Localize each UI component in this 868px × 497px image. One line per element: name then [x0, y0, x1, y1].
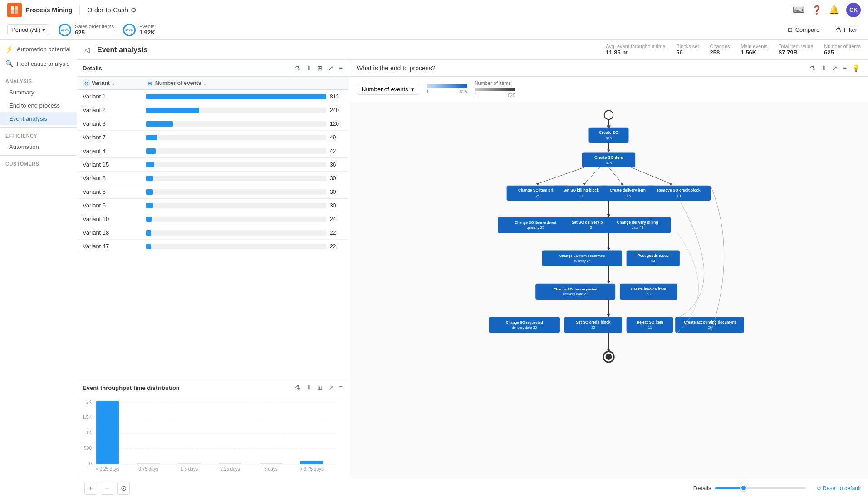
reset-zoom-button[interactable]: ⊙ — [117, 482, 130, 495]
keyboard-icon[interactable]: ⌨ — [793, 5, 804, 15]
events-cell: 30 — [146, 189, 343, 195]
throughput-menu-icon[interactable]: ≡ — [338, 383, 343, 392]
sidebar-group-efficiency: Efficiency — [0, 129, 77, 140]
sidebar-item-label: Automation potential — [17, 46, 71, 53]
details-slider[interactable] — [715, 487, 806, 489]
zoom-out-button[interactable]: − — [101, 482, 113, 495]
bar-value: 120 — [330, 121, 343, 127]
menu-panel-icon[interactable]: ≡ — [338, 64, 343, 73]
details-slider-area: Details ↺ Reset to default — [693, 485, 861, 492]
throughput-grid-icon[interactable]: ⊞ — [316, 383, 324, 392]
svg-rect-19 — [300, 461, 323, 464]
table-row[interactable]: Variant 18 22 — [77, 226, 349, 240]
process-name[interactable]: Order-to-Cash ⚙ — [87, 6, 136, 14]
compare-button[interactable]: ⊞ Compare — [784, 25, 823, 35]
content-header: ◁ Event analysis Avg. event throughput t… — [77, 40, 868, 60]
svg-text:Change SO item price: Change SO item price — [518, 188, 558, 192]
metric-total-value: Total item value $7.79B — [779, 44, 813, 56]
throughput-panel: Event throughput time distribution ⚗ ⬇ ⊞… — [77, 379, 349, 479]
svg-text:26: 26 — [708, 325, 712, 330]
legend-dropdown[interactable]: Number of events ▾ — [357, 84, 419, 95]
zoom-in-button[interactable]: + — [84, 482, 97, 495]
throughput-expand-icon[interactable]: ⤢ — [327, 383, 334, 392]
start-node — [604, 111, 613, 120]
col-events-sort-icon[interactable]: ⌄ — [203, 81, 206, 86]
notifications-icon[interactable]: 🔔 — [829, 5, 839, 15]
table-row[interactable]: Variant 5 30 — [77, 185, 349, 199]
sidebar-item-automation-potential[interactable]: ⚡ Automation potential — [0, 42, 77, 56]
col-variant-sort-icon[interactable]: ⌄ — [112, 81, 115, 86]
bar-fill — [146, 244, 151, 249]
table-row[interactable]: Variant 4 42 — [77, 144, 349, 158]
svg-rect-0 — [11, 6, 14, 10]
bar-value: 30 — [330, 189, 343, 195]
sidebar-item-root-cause[interactable]: 🔍 Root cause analysis — [0, 56, 77, 71]
right-panel-actions: ⚗ ⬇ ⤢ ≡ 💡 — [809, 64, 861, 73]
svg-text:Change SO item expected: Change SO item expected — [554, 287, 598, 291]
table-row[interactable]: Variant 2 240 — [77, 103, 349, 117]
period-dropdown[interactable]: Period (All) ▾ — [7, 24, 49, 35]
throughput-filter-icon[interactable]: ⚗ — [294, 383, 302, 392]
filter-panel-icon[interactable]: ⚗ — [294, 64, 302, 73]
user-avatar[interactable]: GK — [846, 3, 861, 17]
sidebar-item-summary[interactable]: Summary — [0, 86, 77, 99]
details-panel-title: Details — [83, 65, 102, 72]
table-row[interactable]: Variant 8 30 — [77, 172, 349, 185]
col-events-header[interactable]: ◎ Number of events ⌄ — [146, 79, 343, 87]
map-filter-icon[interactable]: ⚗ — [809, 64, 817, 73]
slider-thumb[interactable] — [740, 485, 747, 491]
table-row[interactable]: Variant 47 22 — [77, 240, 349, 253]
grid-panel-icon[interactable]: ⊞ — [316, 64, 324, 73]
map-bulb-icon[interactable]: 💡 — [851, 64, 861, 73]
table-row[interactable]: Variant 10 24 — [77, 212, 349, 226]
kpi-sales-text: Sales order items 625 — [75, 24, 114, 36]
metric-main-events: Main events 1.56K — [741, 44, 768, 56]
table-row[interactable]: Variant 3 120 — [77, 117, 349, 131]
help-icon[interactable]: ❓ — [812, 5, 822, 15]
map-expand-icon[interactable]: ⤢ — [831, 64, 839, 73]
table-row[interactable]: Variant 1 812 — [77, 90, 349, 103]
bar-value: 240 — [330, 107, 343, 113]
col-variant-header[interactable]: ◎ Variant ⌄ — [83, 79, 146, 87]
sidebar-item-automation[interactable]: Automation — [0, 140, 77, 153]
svg-text:< 0.25 days: < 0.25 days — [96, 467, 119, 472]
expand-panel-icon[interactable]: ⤢ — [327, 64, 334, 73]
table-row[interactable]: Variant 6 30 — [77, 199, 349, 212]
metric-avg-throughput: Avg. event throughput time 11.85 hr — [606, 44, 665, 56]
table-row[interactable]: Variant 7 49 — [77, 131, 349, 144]
svg-rect-14 — [96, 401, 119, 464]
bar-fill — [146, 176, 153, 181]
variant-name: Variant 2 — [83, 107, 146, 113]
bar-value: 49 — [330, 134, 343, 141]
filter-button[interactable]: ⚗ Filter — [832, 25, 861, 35]
svg-text:Create accounting document: Create accounting document — [684, 320, 736, 325]
bar-value: 22 — [330, 230, 343, 236]
download-panel-icon[interactable]: ⬇ — [305, 64, 313, 73]
sidebar-group-analysis: Analysis — [0, 75, 77, 86]
process-settings-icon[interactable]: ⚙ — [131, 6, 137, 14]
svg-text:Reject SO item: Reject SO item — [637, 320, 663, 325]
bar-value: 24 — [330, 216, 343, 222]
sidebar-item-event-analysis[interactable]: Event analysis — [0, 112, 77, 125]
table-row[interactable]: Variant 15 36 — [77, 158, 349, 172]
arc-right-2 — [680, 201, 704, 317]
bar-fill — [146, 189, 153, 195]
collapse-sidebar-button[interactable]: ◁ — [84, 45, 90, 54]
throughput-download-icon[interactable]: ⬇ — [305, 383, 313, 392]
svg-text:3 days: 3 days — [264, 467, 277, 472]
bar-container — [146, 230, 326, 236]
bar-fill — [146, 94, 326, 99]
arrow-main-2 — [607, 248, 611, 251]
map-download-icon[interactable]: ⬇ — [820, 64, 828, 73]
legend-bar-row-events — [427, 84, 467, 88]
kpi-events-text: Events 1.92K — [139, 24, 155, 36]
svg-text:data 42: data 42 — [632, 226, 643, 230]
svg-text:25: 25 — [536, 194, 540, 198]
map-list-icon[interactable]: ≡ — [842, 64, 848, 73]
legend-scale-events: 1 625 — [427, 84, 467, 94]
throughput-panel-actions: ⚗ ⬇ ⊞ ⤢ ≡ — [294, 383, 343, 392]
bar-value: 22 — [330, 243, 343, 250]
sidebar-item-end-to-end[interactable]: End to end process — [0, 99, 77, 112]
bar-value: 36 — [330, 162, 343, 168]
reset-default-button[interactable]: ↺ Reset to default — [817, 485, 861, 492]
